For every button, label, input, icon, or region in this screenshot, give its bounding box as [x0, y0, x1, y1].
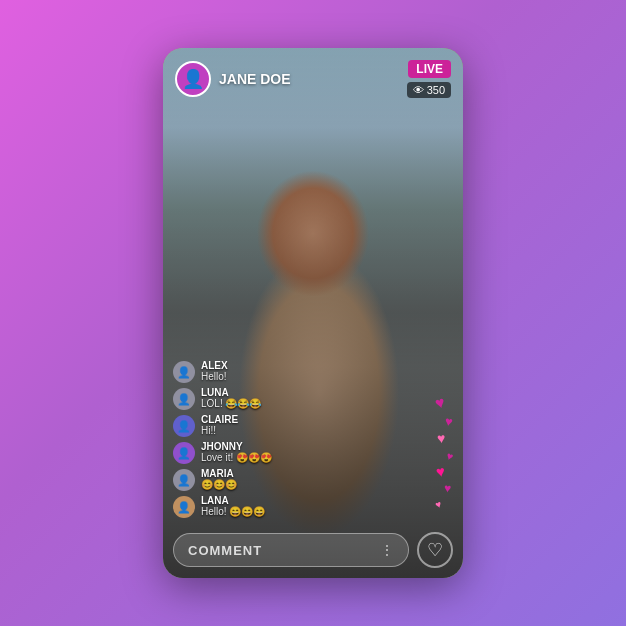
- viewers-count: 350: [427, 84, 445, 96]
- comment-message: 😊😊😊: [201, 479, 237, 490]
- comment-text-block: CLAIRE Hi!!: [201, 414, 238, 436]
- heart-icon: ♡: [427, 539, 443, 561]
- avatar-icon: 👤: [177, 474, 191, 487]
- commenter-name: ALEX: [201, 360, 228, 371]
- commenter-avatar: 👤: [173, 361, 195, 383]
- commenter-name: MARIA: [201, 468, 237, 479]
- commenter-name: LANA: [201, 495, 265, 506]
- comment-text-block: MARIA 😊😊😊: [201, 468, 237, 490]
- avatar-icon: 👤: [177, 366, 191, 379]
- avatar[interactable]: 👤: [175, 61, 211, 97]
- comment-message: Hello!: [201, 371, 228, 382]
- commenter-avatar: 👤: [173, 496, 195, 518]
- floating-hearts: ♥ ♥ ♥ ♥ ♥ ♥ ♥: [440, 393, 450, 508]
- comment-text-block: JHONNY Love it! 😍😍😍: [201, 441, 272, 463]
- commenter-avatar: 👤: [173, 469, 195, 491]
- list-item: 👤 LANA Hello! 😄😄😄: [173, 495, 413, 518]
- list-item: 👤 ALEX Hello!: [173, 360, 413, 383]
- stream-header: 👤 JANE DOE LIVE 👁 350: [175, 60, 451, 98]
- list-item: 👤 MARIA 😊😊😊: [173, 468, 413, 491]
- user-info: 👤 JANE DOE: [175, 61, 291, 97]
- avatar-icon: 👤: [177, 501, 191, 514]
- commenter-name: JHONNY: [201, 441, 272, 452]
- comment-message: Hello! 😄😄😄: [201, 506, 265, 517]
- commenter-avatar: 👤: [173, 442, 195, 464]
- header-right: LIVE 👁 350: [407, 60, 451, 98]
- viewers-badge: 👁 350: [407, 82, 451, 98]
- commenter-avatar: 👤: [173, 388, 195, 410]
- avatar-icon: 👤: [177, 393, 191, 406]
- heart-button[interactable]: ♡: [417, 532, 453, 568]
- comment-text-block: ALEX Hello!: [201, 360, 228, 382]
- user-icon: 👤: [182, 70, 204, 88]
- commenter-name: LUNA: [201, 387, 261, 398]
- comment-placeholder-text: COMMENT: [188, 543, 262, 558]
- commenter-avatar: 👤: [173, 415, 195, 437]
- username-label: JANE DOE: [219, 71, 291, 87]
- comment-text-block: LANA Hello! 😄😄😄: [201, 495, 265, 517]
- comment-message: Hi!!: [201, 425, 238, 436]
- comment-message: LOL! 😂😂😂: [201, 398, 261, 409]
- eye-icon: 👁: [413, 84, 424, 96]
- list-item: 👤 LUNA LOL! 😂😂😂: [173, 387, 413, 410]
- avatar-icon: 👤: [177, 447, 191, 460]
- list-item: 👤 CLAIRE Hi!!: [173, 414, 413, 437]
- more-options-icon[interactable]: ⋮: [380, 542, 394, 558]
- commenter-name: CLAIRE: [201, 414, 238, 425]
- floating-heart: ♥: [434, 462, 446, 480]
- avatar-icon: 👤: [177, 420, 191, 433]
- comment-message: Love it! 😍😍😍: [201, 452, 272, 463]
- live-badge: LIVE: [408, 60, 451, 78]
- phone-frame: 👤 JANE DOE LIVE 👁 350 👤 ALEX Hello!: [163, 48, 463, 578]
- comment-text-block: LUNA LOL! 😂😂😂: [201, 387, 261, 409]
- floating-heart: ♥: [436, 430, 446, 447]
- comments-area: 👤 ALEX Hello! 👤 LUNA LOL! 😂😂😂 👤 CLAIRE: [173, 360, 413, 518]
- list-item: 👤 JHONNY Love it! 😍😍😍: [173, 441, 413, 464]
- floating-heart: ♥: [443, 481, 451, 496]
- bottom-bar: COMMENT ⋮ ♡: [173, 532, 453, 568]
- comment-input[interactable]: COMMENT ⋮: [173, 533, 409, 567]
